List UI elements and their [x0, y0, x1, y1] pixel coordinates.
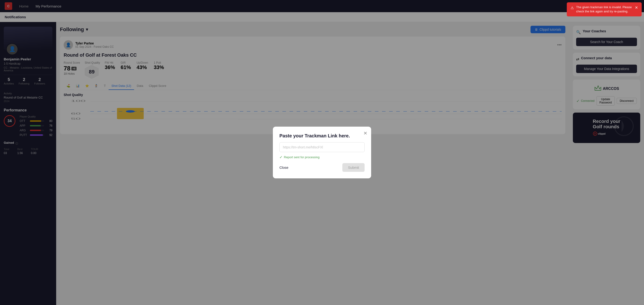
toast-close-btn[interactable]: ✕	[635, 5, 638, 10]
toast-message: The given trackman link is invalid. Plea…	[576, 5, 632, 14]
modal-title: Paste your Trackman Link here.	[280, 133, 364, 138]
modal-box: Paste your Trackman Link here. ✕ ✓ Repor…	[273, 127, 371, 178]
modal-footer: Close Submit	[280, 163, 364, 172]
modal-success-message: ✓ Report sent for processing	[280, 155, 364, 160]
toast-icon: ⚠	[570, 6, 574, 10]
modal-overlay[interactable]: Paste your Trackman Link here. ✕ ✓ Repor…	[0, 0, 644, 305]
trackman-link-input[interactable]	[280, 142, 364, 152]
success-check-icon: ✓	[280, 155, 282, 160]
modal-close-x-btn[interactable]: ✕	[364, 130, 368, 136]
modal-close-button[interactable]: Close	[280, 166, 288, 170]
modal-submit-button[interactable]: Submit	[342, 163, 364, 172]
toast-error: ⚠ The given trackman link is invalid. Pl…	[567, 2, 642, 16]
